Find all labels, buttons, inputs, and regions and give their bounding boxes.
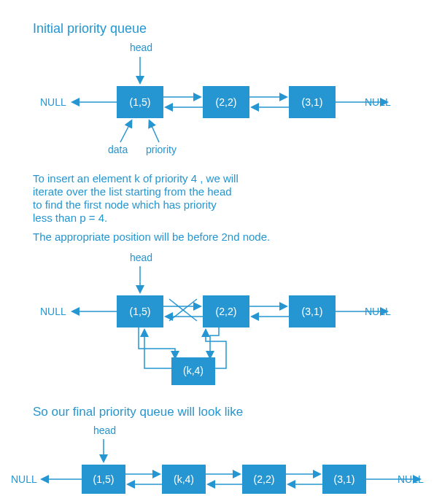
head-label-2: head bbox=[130, 252, 152, 263]
explain-line-3: to find the first node which has priorit… bbox=[33, 198, 217, 211]
explain-line-2: iterate over the list starting from the … bbox=[33, 185, 232, 198]
heading-final: So our final priority queue will look li… bbox=[33, 405, 243, 419]
null-left-3: NULL bbox=[11, 473, 37, 485]
explain-line-5: The appropriate position will be before … bbox=[33, 230, 270, 243]
node-k-4-text: (k,4) bbox=[183, 365, 204, 376]
null-left-1: NULL bbox=[40, 96, 66, 108]
final-n1-text: (1,5) bbox=[93, 473, 115, 485]
link-n2-k bbox=[210, 327, 219, 357]
data-label: data bbox=[108, 144, 128, 155]
node-1-5-b-text: (1,5) bbox=[130, 306, 151, 317]
node-1-5-text: (1,5) bbox=[130, 96, 151, 108]
explain-line-1: To insert an element k of priority 4 , w… bbox=[33, 172, 239, 185]
node-3-1-b-text: (3,1) bbox=[302, 306, 323, 317]
queue-2: NULL (1,5) (2,2) (3,1) NULL (k,4) bbox=[40, 295, 391, 385]
final-n2-text: (2,2) bbox=[254, 473, 275, 485]
head-label-3: head bbox=[93, 424, 116, 436]
final-k-text: (k,4) bbox=[174, 473, 194, 485]
heading-initial: Initial priority queue bbox=[33, 21, 147, 36]
link-k-n1 bbox=[144, 330, 171, 368]
null-left-2: NULL bbox=[40, 306, 66, 317]
node-3-1-text: (3,1) bbox=[302, 96, 323, 108]
priority-pointer bbox=[150, 121, 159, 142]
explain-line-4: less than p = 4. bbox=[33, 212, 107, 224]
data-pointer bbox=[120, 121, 131, 142]
head-label-1: head bbox=[130, 42, 152, 53]
queue-3: NULL (1,5) (k,4) (2,2) (3,1) NULL bbox=[11, 465, 424, 494]
node-2-2-text: (2,2) bbox=[216, 96, 237, 108]
final-n3-text: (3,1) bbox=[334, 473, 355, 485]
priority-label: priority bbox=[146, 144, 177, 155]
queue-1: NULL (1,5) (2,2) (3,1) NULL bbox=[40, 86, 391, 118]
node-2-2-b-text: (2,2) bbox=[216, 306, 237, 317]
